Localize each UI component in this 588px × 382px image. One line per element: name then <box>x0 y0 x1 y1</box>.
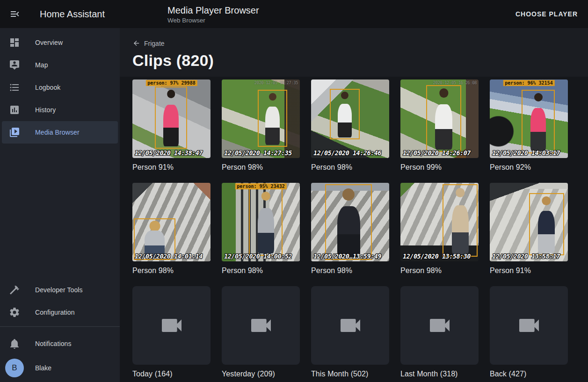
clip-thumbnail: person: 97% 29988 12/05/2020 14:38:47 <box>132 79 211 158</box>
clip-caption: Person 98% <box>311 266 389 275</box>
clip-card-10[interactable]: 12/05/2020 13:58:17 Person 91% <box>490 183 568 275</box>
detection-bounding-box <box>249 188 283 256</box>
sidebar-item-overview[interactable]: Overview <box>2 31 118 54</box>
clip-caption: Person 91% <box>490 266 568 275</box>
video-camera-icon <box>516 312 542 339</box>
sidebar-toggle-button[interactable] <box>9 8 21 20</box>
sidebar-item-user-profile[interactable]: B Blake <box>2 355 118 381</box>
detection-bounding-box <box>529 193 564 255</box>
folder-thumbnail <box>132 286 211 365</box>
detection-bounding-box <box>258 90 287 147</box>
play-box-multiple-icon <box>9 127 20 138</box>
detection-bounding-box <box>155 86 187 149</box>
detection-bounding-box <box>330 89 359 139</box>
app-bar: Home Assistant Media Player Browser Web … <box>0 0 588 28</box>
user-name-label: Blake <box>35 364 51 372</box>
sidebar-item-map[interactable]: Map <box>2 54 118 76</box>
detection-label: person: 97% 29988 <box>145 80 197 86</box>
clip-card-6[interactable]: 12/05/2020 14:01:14 Person 98% <box>132 183 211 275</box>
choose-player-button[interactable]: CHOOSE PLAYER <box>512 7 581 22</box>
person-figure <box>261 93 284 145</box>
sidebar-item-history[interactable]: History <box>2 99 118 121</box>
clip-caption: Person 98% <box>311 163 389 172</box>
person-figure <box>533 196 560 253</box>
hammer-icon <box>9 284 20 296</box>
clip-card-2[interactable]: 2020-12-05 16:27:35 12/05/2020 14:27:35 … <box>222 79 300 172</box>
clip-timestamp-overlay: 12/05/2020 13:58:30 <box>403 252 471 260</box>
menu-open-icon <box>9 8 21 20</box>
breadcrumb-label: Frigate <box>144 40 165 47</box>
sidebar: Overview Map Logbook History Media Brows… <box>0 28 120 382</box>
view-dashboard-icon <box>9 37 20 48</box>
avatar: B <box>5 359 24 377</box>
sidebar-item-developer-tools[interactable]: Developer Tools <box>2 279 118 301</box>
sidebar-item-media-browser[interactable]: Media Browser <box>2 121 118 144</box>
page-subtitle: Web Browser <box>167 17 259 24</box>
sidebar-item-logbook[interactable]: Logbook <box>2 76 118 99</box>
clip-timestamp-overlay: 12/05/2020 13:58:17 <box>492 252 560 260</box>
clip-thumbnail: 12/05/2020 14:01:14 <box>132 183 211 261</box>
clip-caption: Person 98% <box>222 266 300 275</box>
person-figure <box>526 93 551 151</box>
cog-icon <box>9 307 20 318</box>
camera-osd-top-timestamp: 2020-12-05 16:26:08 <box>433 80 477 85</box>
clip-timestamp-overlay: 12/05/2020 14:27:35 <box>224 149 292 157</box>
video-camera-icon <box>248 312 274 339</box>
clip-caption: Person 99% <box>400 163 479 172</box>
clip-card-5[interactable]: person: 96% 32154 12/05/2020 14:03:17 Pe… <box>490 79 568 172</box>
sidebar-footer-items: Developer Tools Configuration <box>0 279 120 324</box>
folder-card-today[interactable]: Today (164) <box>132 286 211 378</box>
format-list-bulleted-icon <box>9 82 20 93</box>
detection-bounding-box <box>426 85 461 152</box>
folder-caption: Last Month (318) <box>400 369 479 378</box>
clip-thumbnail: 12/05/2020 13:59:49 <box>311 183 389 261</box>
video-camera-icon <box>159 312 185 339</box>
clip-caption: Person 98% <box>222 163 300 172</box>
sidebar-spacer <box>0 144 120 279</box>
clip-card-3[interactable]: 12/05/2020 14:26:46 Person 98% <box>311 79 389 172</box>
media-grid-area: person: 97% 29988 12/05/2020 14:38:47 Pe… <box>120 77 588 382</box>
folder-card-last-month[interactable]: Last Month (318) <box>400 286 479 378</box>
clip-thumbnail: 2020-12-05 16:26:08 12/05/2020 14:26:07 <box>400 79 479 158</box>
page-heading: Clips (820) <box>132 51 588 70</box>
folder-card-back[interactable]: Back (427) <box>490 286 568 378</box>
folder-thumbnail <box>490 286 568 365</box>
detection-label: person: 96% 32154 <box>503 80 554 86</box>
folder-thumbnail <box>400 286 479 365</box>
clip-timestamp-overlay: 12/05/2020 14:03:17 <box>492 149 560 157</box>
clip-thumbnail: 2020-12-05 16:27:35 12/05/2020 14:27:35 <box>222 79 300 158</box>
clip-card-9[interactable]: 12/05/2020 13:58:30 Person 98% <box>400 183 479 275</box>
folder-card-this-month[interactable]: This Month (502) <box>311 286 389 378</box>
page-title: Media Player Browser <box>167 5 259 16</box>
clip-timestamp-overlay: 12/05/2020 14:26:46 <box>313 149 381 157</box>
folder-thumbnail <box>311 286 389 365</box>
camera-osd-top-timestamp: 2020-12-05 16:27:35 <box>254 80 298 85</box>
person-figure <box>430 88 457 149</box>
clip-card-8[interactable]: 12/05/2020 13:59:49 Person 98% <box>311 183 389 275</box>
sidebar-main-items: Overview Map Logbook History Media Brows… <box>0 28 120 144</box>
person-figure <box>447 188 473 254</box>
person-figure <box>159 90 183 146</box>
detection-bounding-box <box>325 184 372 259</box>
folder-caption: Back (427) <box>490 369 568 378</box>
clip-thumbnail: person: 95% 23432 12/05/2020 14:00:52 <box>222 183 300 261</box>
clip-caption: Person 92% <box>490 163 568 172</box>
folder-caption: Today (164) <box>132 369 211 378</box>
folder-thumbnail <box>222 286 300 365</box>
sidebar-divider <box>0 326 120 327</box>
page-title-block: Media Player Browser Web Browser <box>167 5 259 24</box>
sidebar-item-notifications[interactable]: Notifications <box>2 332 118 355</box>
clip-card-4[interactable]: 2020-12-05 16:26:08 12/05/2020 14:26:07 … <box>400 79 479 172</box>
folder-caption: This Month (502) <box>311 369 389 378</box>
breadcrumb-back-frigate[interactable]: Frigate <box>132 39 165 47</box>
sidebar-item-configuration[interactable]: Configuration <box>2 301 118 324</box>
folder-card-yesterday[interactable]: Yesterday (209) <box>222 286 300 378</box>
clip-thumbnail: 12/05/2020 13:58:30 <box>400 183 479 261</box>
person-figure <box>334 92 356 137</box>
chart-box-icon <box>9 104 20 115</box>
clip-card-7[interactable]: person: 95% 23432 12/05/2020 14:00:52 Pe… <box>222 183 300 275</box>
video-camera-icon <box>337 312 363 339</box>
main-content: Frigate Clips (820) person: 97% 29988 12… <box>120 28 588 382</box>
clip-card-1[interactable]: person: 97% 29988 12/05/2020 14:38:47 Pe… <box>132 79 211 172</box>
media-grid: person: 97% 29988 12/05/2020 14:38:47 Pe… <box>132 79 575 378</box>
